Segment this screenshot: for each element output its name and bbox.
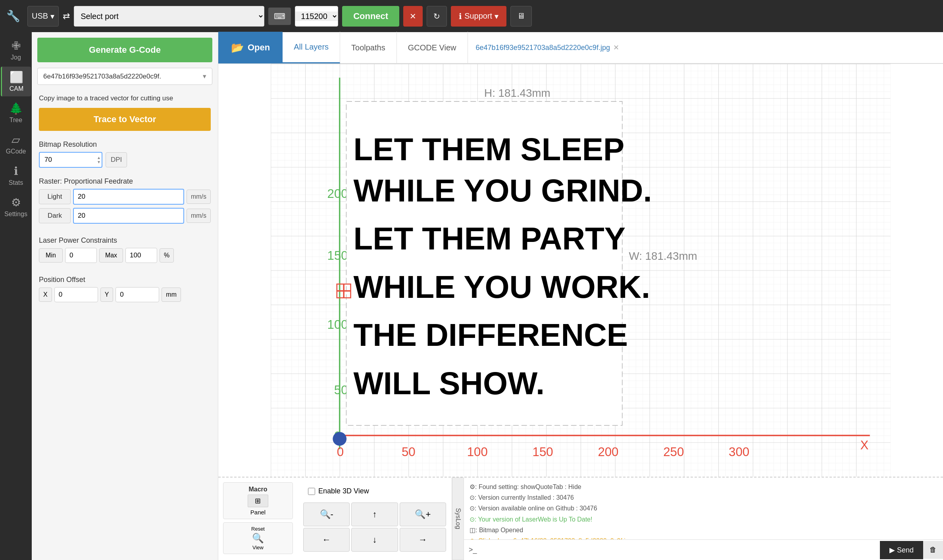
generate-gcode-button[interactable]: Generate G-Code — [37, 38, 212, 62]
right-panel: 📂 Open All Layers Toolpaths GCODE View 6… — [218, 32, 943, 560]
info-icon: ℹ — [459, 12, 462, 21]
light-label: Light — [39, 189, 71, 204]
pan-up-button[interactable]: ↑ — [351, 502, 398, 526]
tab-close-icon[interactable]: ✕ — [613, 43, 619, 52]
y-input[interactable] — [115, 287, 159, 302]
main-layout: ✙ Jog ⬜ CAM 🌲 Tree ▱ GCode ℹ Stats ⚙ Set… — [0, 32, 943, 560]
svg-text:X: X — [860, 438, 868, 452]
sidebar-item-cam[interactable]: ⬜ CAM — [1, 67, 31, 96]
svg-text:300: 300 — [729, 445, 749, 459]
jog-icon: ✙ — [12, 39, 21, 52]
connect-button[interactable]: Connect — [342, 6, 399, 27]
tab-toolpaths[interactable]: Toolpaths — [340, 32, 397, 63]
svg-point-30 — [333, 432, 346, 446]
laser-power-section: Laser Power Constraints Min Max % — [32, 232, 218, 271]
sidebar-item-settings[interactable]: ⚙ Settings — [1, 192, 31, 222]
sidebar-item-label: CAM — [10, 85, 24, 92]
baud-selector[interactable]: 115200 — [295, 6, 338, 27]
log-entry: ⊙: Version currently Installed : 30476 — [470, 492, 937, 503]
svg-text:H: 181.43mm: H: 181.43mm — [484, 87, 550, 99]
svg-text:50: 50 — [334, 383, 348, 397]
svg-text:200: 200 — [598, 445, 618, 459]
svg-text:LET THEM SLEEP: LET THEM SLEEP — [353, 132, 624, 167]
dpi-row: ▲ ▼ DPI — [39, 152, 211, 168]
support-button[interactable]: ℹ Support ▾ — [451, 6, 506, 27]
svg-text:0: 0 — [337, 445, 344, 459]
macro-grid-icon[interactable]: ⊞ — [248, 495, 268, 507]
x-input[interactable] — [54, 287, 98, 302]
trace-to-vector-button[interactable]: Trace to Vector — [39, 108, 211, 131]
gcode-icon: ▱ — [12, 133, 20, 146]
usb-label: USB — [32, 12, 48, 21]
stats-icon: ℹ — [14, 165, 18, 178]
bitmap-resolution-label: Bitmap Resolution — [39, 140, 211, 149]
chevron-down-icon: ▾ — [495, 12, 498, 21]
close-connection-button[interactable]: ✕ — [403, 6, 423, 27]
reset-view-button[interactable]: Reset 🔍 View — [223, 522, 293, 554]
svg-text:W: 181.43mm: W: 181.43mm — [629, 250, 697, 262]
max-input[interactable] — [125, 248, 157, 263]
tab-all-layers[interactable]: All Layers — [283, 32, 340, 63]
max-label: Max — [99, 248, 123, 263]
usb-selector[interactable]: USB ▾ — [27, 6, 59, 27]
sidebar-item-tree[interactable]: 🌲 Tree — [1, 98, 31, 128]
cam-icon: ⬜ — [10, 71, 23, 84]
y-label: Y — [100, 288, 114, 302]
refresh-button[interactable]: ↻ — [427, 6, 447, 27]
pan-left-button[interactable]: ← — [303, 528, 350, 552]
dpi-input[interactable] — [39, 152, 102, 168]
light-input[interactable] — [73, 189, 184, 205]
syslog-content: ⚙: Found setting: showQuoteTab : Hide ⊙:… — [464, 478, 943, 539]
view-label: View — [252, 545, 264, 550]
port-selector[interactable]: Select port — [74, 6, 264, 27]
tabs-bar: 📂 Open All Layers Toolpaths GCODE View 6… — [218, 32, 943, 64]
spinner-up[interactable]: ▲ — [97, 155, 101, 159]
svg-text:100: 100 — [467, 445, 488, 459]
port-dropdown[interactable]: Select port — [74, 6, 264, 26]
macro-label: Macro — [248, 486, 267, 493]
spinner-down[interactable]: ▼ — [97, 160, 101, 164]
bitmap-resolution-section: Bitmap Resolution ▲ ▼ DPI — [32, 136, 218, 173]
pan-down-button[interactable]: ↓ — [351, 528, 398, 552]
trash-button[interactable]: 🗑 — [923, 541, 943, 559]
baud-dropdown[interactable]: 115200 — [295, 12, 338, 21]
monitor-button[interactable]: 🖥 — [510, 6, 532, 27]
log-entry: ◫: Bitmap Opened — [470, 525, 937, 535]
min-label: Min — [39, 248, 63, 263]
zoom-out-button[interactable]: 🔍- — [303, 502, 350, 526]
light-unit: mm/s — [187, 190, 211, 204]
min-input[interactable] — [65, 248, 97, 263]
svg-text:100: 100 — [327, 318, 348, 332]
cmd-prompt: >_ — [464, 546, 482, 554]
svg-text:150: 150 — [533, 445, 553, 459]
sidebar-item-label: GCode — [6, 148, 26, 155]
position-offset-section: Position Offset X Y mm — [32, 271, 218, 307]
zoom-in-button[interactable]: 🔍+ — [400, 502, 446, 526]
svg-text:150: 150 — [327, 249, 348, 263]
sidebar-item-label: Tree — [10, 117, 22, 124]
chevron-down-icon: ▾ — [50, 12, 54, 21]
folder-icon: 📂 — [231, 42, 244, 54]
trace-section: Copy image to a traced vector for cuttin… — [32, 89, 218, 136]
tab-file[interactable]: 6e47b16f93e9521703a8a5d2220e0c9f.jpg ✕ — [468, 32, 627, 63]
cmd-input[interactable] — [482, 546, 880, 554]
pan-right-button[interactable]: → — [400, 528, 446, 552]
dark-label: Dark — [39, 208, 71, 223]
content-area: Generate G-Code 6e47b16f93e9521703a8a5d2… — [32, 32, 943, 560]
tab-gcode-view[interactable]: GCODE View — [397, 32, 468, 63]
tab-label: GCODE View — [408, 43, 456, 52]
sidebar-item-gcode[interactable]: ▱ GCode — [1, 129, 31, 159]
raster-section: Raster: Proportional Feedrate Light mm/s… — [32, 173, 218, 232]
dark-input[interactable] — [73, 208, 184, 224]
file-name: 6e47b16f93e9521703a8a5d2220e0c9f. — [43, 73, 161, 81]
chevron-down-icon: ▾ — [203, 72, 206, 81]
enable-3d-checkbox[interactable] — [308, 488, 315, 495]
keyboard-icon[interactable]: ⌨ — [268, 8, 291, 25]
sidebar-item-stats[interactable]: ℹ Stats — [1, 161, 31, 190]
log-entry: ⊙: Version available online on Github : … — [470, 503, 937, 514]
laser-power-label: Laser Power Constraints — [39, 236, 211, 245]
sidebar-item-jog[interactable]: ✙ Jog — [1, 35, 31, 65]
open-button[interactable]: 📂 Open — [218, 32, 283, 63]
file-tab-label: 6e47b16f93e9521703a8a5d2220e0c9f.jpg — [476, 44, 610, 52]
send-button[interactable]: ▶ Send — [880, 541, 923, 559]
